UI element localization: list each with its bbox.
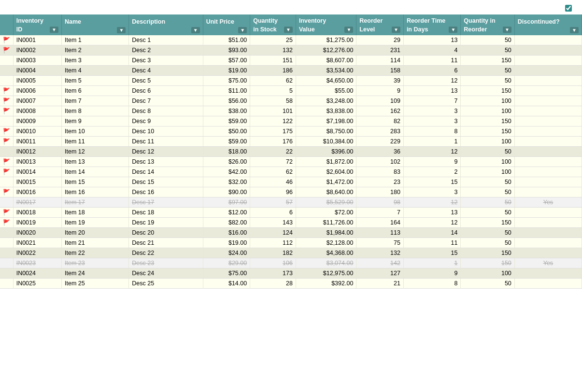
inv-id-cell: IN0012 [13,147,61,157]
name-cell: Item 12 [62,147,129,157]
reorder-days-cell: 15 [403,177,460,187]
inv-id-cell: IN0015 [13,177,61,187]
filter-qty-stock[interactable]: ▼ [284,27,293,33]
inv-value-cell: $2,604.00 [296,167,356,177]
col-name: Name ▼ [62,14,129,35]
unit-price-cell: $32.00 [203,177,250,187]
table-header-row: Inventory ID ▼ Name ▼ Description [0,14,582,35]
qty-reorder-cell: 100 [461,137,514,147]
flag-cell [0,147,13,157]
table-row: IN0009Item 9Desc 9$59.00122$7,198.008231… [0,116,582,126]
qty-reorder-cell: 150 [461,218,514,228]
reorder-days-cell: 13 [403,35,460,45]
filter-inv-value[interactable]: ▼ [344,27,353,33]
qty-stock-cell: 112 [250,238,296,248]
discontinued-cell [514,86,582,96]
unit-price-cell: $18.00 [203,147,250,157]
inv-id-cell: IN0011 [13,137,61,147]
reorder-level-cell: 158 [356,66,404,76]
discontinued-cell [514,106,582,116]
flag-cell [0,238,13,248]
discontinued-cell [514,238,582,248]
highlight-label[interactable] [565,5,574,12]
desc-cell: Desc 16 [129,187,203,197]
flag-icon: 🚩 [3,108,10,114]
qty-reorder-cell: 50 [461,208,514,218]
desc-cell: Desc 3 [129,56,203,66]
inv-value-cell: $7,198.00 [296,116,356,126]
discontinued-cell [514,177,582,187]
name-cell: Item 13 [62,157,129,167]
flag-icon: 🚩 [3,98,10,104]
filter-inv-id[interactable]: ▼ [50,27,58,33]
discontinued-cell [514,218,582,228]
inv-value-cell: $72.00 [296,208,356,218]
name-cell: Item 21 [62,238,129,248]
reorder-level-cell: 127 [356,268,404,279]
qty-reorder-cell: 50 [461,66,514,76]
table-row: 🚩IN0014Item 14Desc 14$42.0062$2,604.0083… [0,167,582,177]
name-cell: Item 4 [62,66,129,76]
flag-icon: 🚩 [3,209,10,216]
desc-cell: Desc 21 [129,238,203,248]
inv-value-cell: $55.00 [296,86,356,96]
unit-price-cell: $14.00 [203,279,250,289]
qty-reorder-cell: 50 [461,177,514,187]
qty-stock-cell: 106 [250,258,296,268]
col-unit-price: Unit Price ▼ [203,14,250,35]
qty-stock-cell: 62 [250,76,296,86]
name-cell: Item 2 [62,45,129,56]
reorder-days-cell: 11 [403,238,460,248]
inv-id-cell: IN0014 [13,167,61,177]
reorder-level-cell: 132 [356,248,404,258]
desc-cell: Desc 20 [129,228,203,238]
qty-reorder-cell: 50 [461,147,514,157]
inv-value-cell: $12,975.00 [296,268,356,279]
table-body: 🚩IN0001Item 1Desc 1$51.0025$1,275.002913… [0,35,582,289]
filter-reorder-level[interactable]: ▼ [392,27,400,33]
reorder-days-cell: 12 [403,147,460,157]
qty-stock-cell: 132 [250,45,296,56]
inv-id-cell: IN0023 [13,258,61,268]
table-row: IN0023Item 23Desc 23$29.00106$3,074.0014… [0,258,582,268]
col-qty-stock: Quantity in Stock ▼ [250,14,296,35]
reorder-level-cell: 98 [356,197,404,208]
qty-reorder-cell: 150 [461,56,514,66]
reorder-level-cell: 109 [356,96,404,106]
filter-name[interactable]: ▼ [117,27,126,33]
filter-discontinued[interactable]: ▼ [570,27,579,33]
qty-stock-cell: 96 [250,187,296,197]
desc-cell: Desc 7 [129,96,203,106]
filter-reorder-days[interactable]: ▼ [449,27,457,33]
filter-desc[interactable]: ▼ [191,27,200,33]
qty-stock-cell: 186 [250,66,296,76]
qty-stock-cell: 124 [250,228,296,238]
flag-icon: 🚩 [3,37,10,43]
highlight-checkbox[interactable] [565,5,572,12]
col-flag [0,14,13,35]
name-cell: Item 6 [62,86,129,96]
col-discontinued: Discontinued? ▼ [514,14,582,35]
reorder-level-cell: 39 [356,76,404,86]
discontinued-cell [514,268,582,279]
unit-price-cell: $82.00 [203,218,250,228]
desc-cell: Desc 9 [129,116,203,126]
filter-qty-reorder[interactable]: ▼ [503,27,511,33]
desc-cell: Desc 4 [129,66,203,76]
qty-reorder-cell: 50 [461,76,514,86]
name-cell: Item 14 [62,167,129,177]
inv-value-cell: $1,275.00 [296,35,356,45]
inv-value-cell: $3,074.00 [296,258,356,268]
reorder-days-cell: 4 [403,45,460,56]
filter-unit-price[interactable]: ▼ [238,27,247,33]
name-cell: Item 3 [62,56,129,66]
discontinued-cell: Yes [514,258,582,268]
flag-cell [0,197,13,208]
qty-reorder-cell: 50 [461,238,514,248]
reorder-days-cell: 12 [403,218,460,228]
inv-id-cell: IN0002 [13,45,61,56]
flag-cell: 🚩 [0,218,13,228]
desc-cell: Desc 18 [129,208,203,218]
discontinued-cell [514,76,582,86]
flag-icon: 🚩 [3,47,10,54]
